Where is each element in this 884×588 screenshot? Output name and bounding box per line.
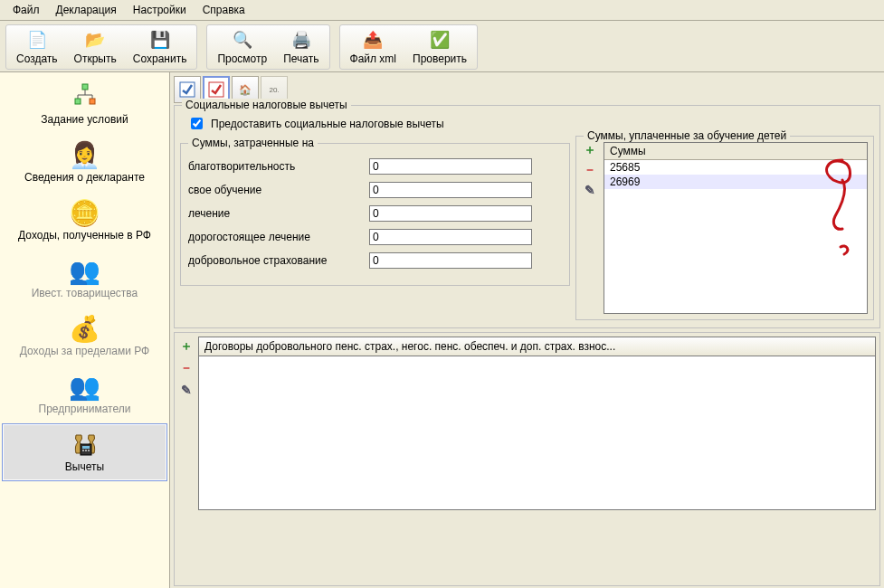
contracts-header: Договоры добровольного пенс. страх., нег… [198, 337, 876, 356]
coins-icon: 🪙 [69, 198, 100, 225]
svg-rect-2 [90, 99, 95, 104]
sidebar-item-invest: 👥 Ивест. товарищества [2, 250, 167, 308]
expensive-input[interactable] [369, 229, 532, 245]
menu-file[interactable]: Файл [5, 2, 47, 18]
sidebar: Задание условий 👩‍💼 Сведения о декларант… [0, 72, 170, 588]
toolbar-group-print: 🔍 Просмотр 🖨️ Печать [206, 24, 329, 70]
menu-bar: Файл Декларация Настройки Справка [0, 0, 884, 21]
sidebar-item-income-rf[interactable]: 🪙 Доходы, полученные в РФ [2, 192, 167, 250]
menu-settings[interactable]: Настройки [126, 2, 194, 18]
svg-rect-4 [82, 446, 90, 449]
calculator-vase-icon [70, 430, 100, 457]
svg-rect-1 [75, 99, 81, 104]
menu-declaration[interactable]: Декларация [49, 2, 124, 18]
check-page-icon: ✅ [429, 29, 451, 51]
contracts-list[interactable] [198, 356, 876, 510]
open-button[interactable]: 📂 Открыть [66, 26, 125, 68]
preview-button[interactable]: 🔍 Просмотр [209, 26, 275, 68]
panel-title: Социальные налоговые вычеты [182, 99, 351, 111]
add-contract-button[interactable]: ＋ [178, 338, 195, 355]
create-button[interactable]: 📄 Создать [8, 26, 66, 68]
doc-small-icon: 20. [269, 86, 279, 94]
magnifier-page-icon: 🔍 [232, 29, 253, 51]
sums-spent-legend: Суммы, затраченные на [188, 137, 318, 149]
save-button[interactable]: 💾 Сохранить [125, 26, 195, 68]
people-gray-icon: 👥 [69, 372, 100, 399]
edit-row-button[interactable]: ✎ [582, 182, 598, 198]
children-sums-list[interactable]: Суммы 25685 26969 [604, 142, 868, 314]
sums-spent-fieldset: Суммы, затраченные на благотворительност… [180, 143, 570, 286]
people-gray-icon: 👥 [69, 256, 100, 283]
remove-row-button[interactable]: － [582, 162, 598, 178]
treatment-label: лечение [188, 207, 369, 220]
svg-rect-9 [209, 82, 223, 97]
export-xml-icon: 📤 [362, 29, 384, 51]
check-button[interactable]: ✅ Проверить [404, 26, 475, 68]
svg-rect-7 [88, 450, 90, 451]
insurance-label: добровольное страхование [188, 254, 369, 267]
floppy-icon: 💾 [149, 29, 171, 51]
home-icon: 🏠 [239, 84, 252, 96]
treatment-input[interactable] [369, 205, 532, 222]
printer-icon: 🖨️ [290, 29, 312, 51]
toolbar-group-xml: 📤 Файл xml ✅ Проверить [339, 24, 479, 70]
svg-rect-5 [82, 450, 84, 451]
add-row-button[interactable]: ＋ [582, 142, 598, 158]
list-header-sums: Суммы [604, 143, 867, 160]
remove-contract-button[interactable]: － [178, 360, 195, 376]
charity-input[interactable] [369, 158, 532, 175]
main-area: 🏠 20. Социальные налоговые вычеты Предос… [170, 72, 884, 588]
children-edu-legend: Суммы, уплаченные за обучение детей [584, 129, 790, 142]
sidebar-item-declarant[interactable]: 👩‍💼 Сведения о декларанте [2, 134, 167, 192]
person-icon: 👩‍💼 [69, 140, 100, 167]
insurance-input[interactable] [369, 252, 532, 269]
children-education-fieldset: Суммы, уплаченные за обучение детей ＋ － … [575, 136, 874, 320]
social-deductions-panel: Социальные налоговые вычеты Предоставить… [174, 105, 880, 328]
provide-checkbox[interactable] [191, 118, 203, 129]
folder-open-icon: 📂 [84, 29, 106, 51]
blank-page-icon: 📄 [26, 29, 48, 51]
moneybag-gray-icon: 💰 [69, 314, 100, 341]
list-row[interactable]: 25685 [604, 160, 867, 175]
pension-contracts-panel: ＋ － ✎ Договоры добровольного пенс. страх… [174, 332, 880, 586]
own-edu-input[interactable] [369, 182, 532, 198]
sidebar-item-deductions[interactable]: Вычеты [2, 423, 167, 481]
sidebar-item-conditions[interactable]: Задание условий [2, 76, 167, 134]
toolbar: 📄 Создать 📂 Открыть 💾 Сохранить 🔍 Просмо… [0, 21, 884, 72]
sidebar-item-entrepreneurs: 👥 Предприниматели [2, 365, 167, 423]
menu-help[interactable]: Справка [195, 2, 252, 18]
own-edu-label: свое обучение [188, 184, 369, 196]
svg-rect-8 [180, 82, 195, 97]
hierarchy-icon [71, 82, 99, 109]
edit-contract-button[interactable]: ✎ [178, 382, 195, 398]
charity-label: благотворительность [188, 160, 369, 173]
filexml-button[interactable]: 📤 Файл xml [342, 26, 405, 68]
toolbar-group-file: 📄 Создать 📂 Открыть 💾 Сохранить [5, 24, 197, 70]
provide-label: Предоставить социальные налоговые вычеты [211, 118, 444, 130]
expensive-label: дорогостоящее лечение [188, 231, 369, 243]
print-button[interactable]: 🖨️ Печать [275, 26, 327, 68]
svg-rect-0 [82, 84, 88, 90]
list-row[interactable]: 26969 [604, 175, 867, 189]
svg-rect-6 [85, 450, 87, 451]
sidebar-item-income-foreign: 💰 Доходы за пределами РФ [2, 308, 167, 365]
